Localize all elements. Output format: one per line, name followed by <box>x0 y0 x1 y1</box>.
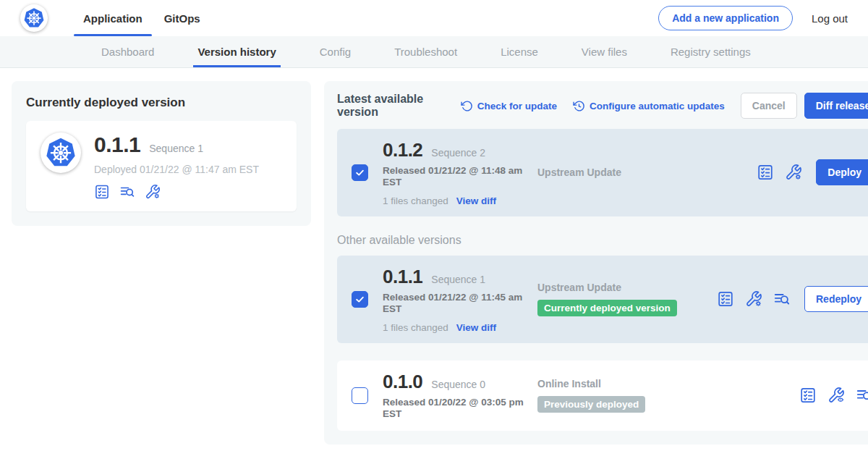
edit-config-icon[interactable] <box>145 184 161 200</box>
deployed-sequence-label: Sequence 1 <box>149 143 203 154</box>
add-application-button[interactable]: Add a new application <box>658 6 793 30</box>
version-row-0-1-1: 0.1.1 Sequence 1 Released 01/21/22 @ 11:… <box>337 256 868 343</box>
main-content: Currently deployed version 0.1.1 Sequenc… <box>0 68 868 445</box>
subnav-item-dashboard[interactable]: Dashboard <box>101 36 154 67</box>
edit-config-icon[interactable] <box>745 290 762 308</box>
deploy-logs-icon[interactable] <box>773 290 791 308</box>
latest-available-title: Latest available version <box>337 93 445 119</box>
released-timestamp: Released 01/20/22 @ 03:05 pm EST <box>383 397 524 421</box>
tab-application[interactable]: Application <box>72 0 153 36</box>
preflight-checklist-icon[interactable] <box>799 387 817 404</box>
version-source: Online Install Previously deployed <box>537 378 717 413</box>
available-versions-panel: Latest available version Check for updat… <box>324 81 868 445</box>
check-for-update-link[interactable]: Check for update <box>461 100 557 112</box>
version-actions: Deploy <box>757 159 868 185</box>
files-changed-label: 1 files changed <box>383 322 448 333</box>
version-source: Upstream Update Currently deployed versi… <box>537 282 717 316</box>
cancel-button[interactable]: Cancel <box>741 93 797 119</box>
files-changed-label: 1 files changed <box>383 195 448 206</box>
other-available-versions-title: Other available versions <box>337 234 868 247</box>
tab-gitops[interactable]: GitOps <box>153 0 211 36</box>
diff-releases-button[interactable]: Diff releases <box>804 93 868 119</box>
version-number: 0.1.2 <box>383 139 422 161</box>
diff-select-checkbox[interactable] <box>352 291 368 308</box>
sequence-label: Sequence 1 <box>431 274 485 285</box>
version-number: 0.1.1 <box>383 266 422 288</box>
kubernetes-logo <box>20 4 48 32</box>
version-row-0-1-2: 0.1.2 Sequence 2 Released 01/21/22 @ 11:… <box>337 129 868 216</box>
kubernetes-helm-icon <box>45 137 77 169</box>
version-info: 0.1.2 Sequence 2 Released 01/21/22 @ 11:… <box>383 139 529 206</box>
subnav-item-registry-settings[interactable]: Registry settings <box>671 36 751 67</box>
edit-config-icon[interactable] <box>785 164 802 181</box>
released-timestamp: Released 01/21/22 @ 11:48 am EST <box>383 165 524 189</box>
deployed-version-number: 0.1.1 <box>94 132 140 157</box>
redeploy-button[interactable]: Redeploy <box>804 286 868 312</box>
version-row-0-1-0: 0.1.0 Sequence 0 Released 01/20/22 @ 03:… <box>337 361 868 431</box>
topnav-right: Add a new application Log out <box>658 6 848 30</box>
deploy-logs-icon[interactable] <box>119 184 135 200</box>
subnav-item-license[interactable]: License <box>501 36 538 67</box>
view-diff-link[interactable]: View diff <box>456 322 496 333</box>
deploy-button[interactable]: Deploy <box>816 159 868 185</box>
deployed-version-card: 0.1.1 Sequence 1 Deployed 01/21/22 @ 11:… <box>26 121 297 211</box>
source-label: Upstream Update <box>537 167 717 178</box>
preflight-checklist-icon[interactable] <box>757 164 774 181</box>
currently-deployed-panel: Currently deployed version 0.1.1 Sequenc… <box>12 81 311 226</box>
source-label: Online Install <box>537 378 717 389</box>
sequence-label: Sequence 2 <box>431 147 485 159</box>
version-info: 0.1.1 Sequence 1 Released 01/21/22 @ 11:… <box>383 266 529 333</box>
deploy-logs-icon[interactable] <box>856 387 868 404</box>
app-logo <box>41 132 81 173</box>
source-label: Upstream Update <box>537 282 717 293</box>
kubernetes-helm-icon <box>23 7 45 29</box>
configure-updates-label: Configure automatic updates <box>590 101 725 111</box>
auto-update-clock-icon <box>573 100 585 112</box>
diff-select-checkbox[interactable] <box>352 164 368 181</box>
deployed-timestamp: Deployed 01/21/22 @ 11:47 am EST <box>94 164 259 175</box>
checkmark-icon <box>354 294 365 305</box>
version-source: Upstream Update <box>537 167 717 178</box>
top-navbar: Application GitOps Add a new application… <box>0 0 868 36</box>
logout-link[interactable]: Log out <box>812 12 848 25</box>
deployed-action-icons <box>94 184 259 200</box>
deployed-panel-title: Currently deployed version <box>26 96 297 110</box>
subnav-item-view-files[interactable]: View files <box>582 36 627 67</box>
topnav-tabs: Application GitOps <box>72 0 211 36</box>
released-timestamp: Released 01/21/22 @ 11:45 am EST <box>383 292 524 316</box>
deployed-version-info: 0.1.1 Sequence 1 Deployed 01/21/22 @ 11:… <box>94 132 259 200</box>
version-number: 0.1.0 <box>383 371 422 393</box>
checkmark-icon <box>354 167 365 178</box>
subnav-item-troubleshoot[interactable]: Troubleshoot <box>394 36 457 67</box>
view-config-icon[interactable] <box>827 387 845 404</box>
app-subnav: Dashboard Version history Config Trouble… <box>0 36 868 68</box>
version-actions: Redeploy <box>717 286 868 312</box>
previously-deployed-badge: Previously deployed <box>537 396 645 413</box>
refresh-icon <box>461 100 473 112</box>
available-panel-header: Latest available version Check for updat… <box>337 93 868 119</box>
diff-action-buttons: Cancel Diff releases <box>741 93 868 119</box>
currently-deployed-badge: Currently deployed version <box>537 300 677 316</box>
configure-automatic-updates-link[interactable]: Configure automatic updates <box>573 100 725 112</box>
preflight-checklist-icon[interactable] <box>94 184 110 200</box>
check-for-update-label: Check for update <box>477 101 557 111</box>
subnav-item-config[interactable]: Config <box>320 36 351 67</box>
sequence-label: Sequence 0 <box>431 379 485 390</box>
diff-select-checkbox[interactable] <box>352 387 368 404</box>
version-info: 0.1.0 Sequence 0 Released 01/20/22 @ 03:… <box>383 371 529 421</box>
version-actions <box>799 387 868 404</box>
preflight-checklist-icon[interactable] <box>717 290 734 308</box>
subnav-item-version-history[interactable]: Version history <box>197 36 276 67</box>
view-diff-link[interactable]: View diff <box>456 195 496 206</box>
